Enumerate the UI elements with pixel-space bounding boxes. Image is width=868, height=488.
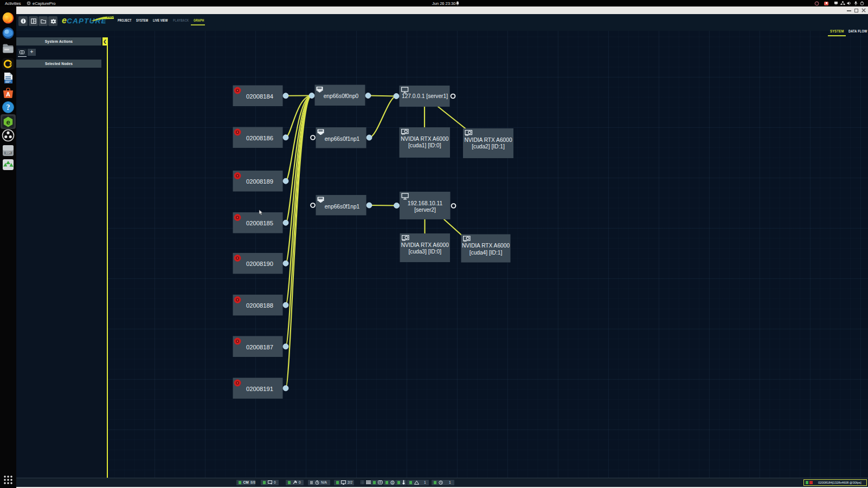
svg-text:enp66s0f0np0: enp66s0f0np0: [324, 93, 359, 99]
svg-text:NVIDIA RTX A6000: NVIDIA RTX A6000: [401, 136, 448, 142]
svg-text:02008189: 02008189: [246, 178, 273, 185]
svg-text:NVIDIA RTX A6000: NVIDIA RTX A6000: [462, 243, 510, 249]
svg-text:[cuda3] [ID:0]: [cuda3] [ID:0]: [408, 249, 441, 255]
svg-text:02008186: 02008186: [246, 135, 273, 141]
svg-text:[cuda4] [ID:1]: [cuda4] [ID:1]: [470, 250, 503, 256]
svg-text:[cuda1] [ID:0]: [cuda1] [ID:0]: [408, 142, 441, 148]
svg-text:[cuda2] [ID:1]: [cuda2] [ID:1]: [472, 144, 505, 149]
svg-text:02008191: 02008191: [246, 386, 273, 392]
svg-text:02008184: 02008184: [246, 93, 273, 100]
svg-text:02008188: 02008188: [246, 302, 273, 309]
svg-text:127.0.0.1 [server1]: 127.0.0.1 [server1]: [402, 93, 448, 99]
svg-text:enp66s0f1np1: enp66s0f1np1: [325, 136, 360, 142]
svg-text:NVIDIA RTX A6000: NVIDIA RTX A6000: [401, 242, 449, 248]
svg-text:enp66s0f1np1: enp66s0f1np1: [325, 204, 360, 210]
svg-text:192.168.10.11: 192.168.10.11: [408, 200, 443, 206]
svg-text:02008187: 02008187: [246, 344, 273, 350]
svg-text:[server2]: [server2]: [414, 207, 436, 213]
svg-text:NVIDIA RTX A6000: NVIDIA RTX A6000: [464, 137, 512, 143]
svg-text:02008190: 02008190: [246, 261, 273, 267]
svg-text:0: 0: [391, 482, 393, 484]
svg-text:02008185: 02008185: [246, 220, 273, 226]
